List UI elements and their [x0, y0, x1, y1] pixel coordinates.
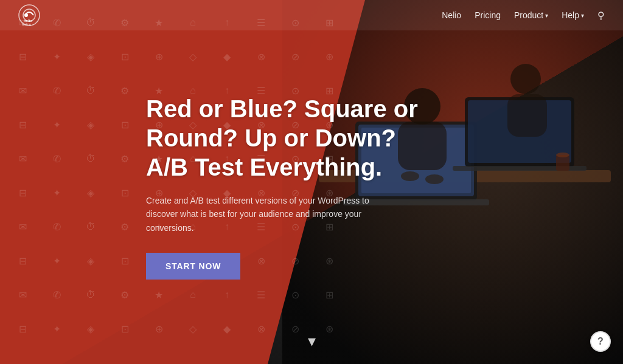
- hero-title: Red or Blue? Square or Round? Up or Down…: [146, 94, 420, 182]
- nav-link-help[interactable]: Help ▾: [562, 10, 584, 20]
- nav-link-pricing[interactable]: Pricing: [475, 10, 501, 20]
- search-icon[interactable]: ⚲: [597, 10, 605, 21]
- svg-text:testing: testing: [22, 22, 31, 26]
- start-now-button[interactable]: START NOW: [146, 253, 240, 280]
- product-chevron-icon: ▾: [545, 12, 548, 19]
- nav-item-pricing[interactable]: Pricing: [475, 10, 501, 20]
- nav-item-nelio[interactable]: Nelio: [442, 10, 461, 20]
- nav-search[interactable]: ⚲: [597, 10, 605, 21]
- hero-content: Red or Blue? Square or Round? Up or Down…: [146, 94, 420, 280]
- help-bubble-button[interactable]: ?: [590, 331, 611, 352]
- logo-link[interactable]: nelio testing: [18, 4, 40, 26]
- nav-item-help[interactable]: Help ▾: [562, 10, 584, 20]
- logo-icon: nelio testing: [18, 4, 40, 26]
- nav-menu: Nelio Pricing Product ▾ Help ▾ ⚲: [442, 10, 605, 21]
- scroll-chevron[interactable]: ▾: [308, 332, 316, 351]
- help-chevron-icon: ▾: [581, 12, 584, 19]
- nav-item-product[interactable]: Product ▾: [514, 10, 548, 20]
- hero-subtitle: Create and A/B test different versions o…: [146, 194, 395, 235]
- navbar: nelio testing Nelio Pricing Product ▾ He…: [0, 0, 623, 30]
- nav-link-product[interactable]: Product ▾: [514, 10, 548, 20]
- svg-point-20: [24, 13, 28, 17]
- nav-link-nelio[interactable]: Nelio: [442, 10, 461, 20]
- hero-section: ✉✆⏱⚙★⌂↑☰⊙⊞⊟✦◈⊡⊕◇◆⊗⊘⊛✉✆⏱⚙★⌂↑☰⊙⊞⊟✦◈⊡⊕◇◆⊗⊘⊛…: [0, 0, 623, 364]
